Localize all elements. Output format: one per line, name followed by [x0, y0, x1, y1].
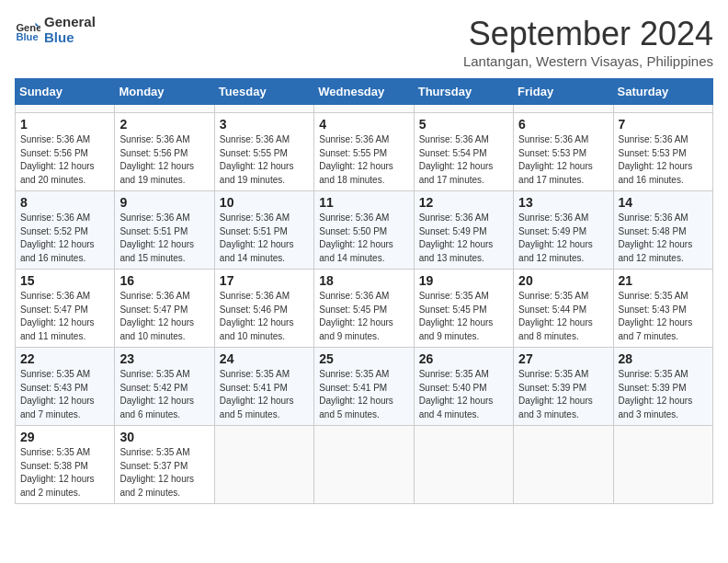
calendar-cell	[214, 426, 313, 504]
calendar-cell: 8Sunrise: 5:36 AM Sunset: 5:52 PM Daylig…	[16, 191, 115, 270]
month-title: September 2024	[463, 15, 713, 53]
calendar-cell: 19Sunrise: 5:35 AM Sunset: 5:45 PM Dayli…	[414, 270, 513, 348]
calendar-cell: 3Sunrise: 5:36 AM Sunset: 5:55 PM Daylig…	[214, 113, 313, 191]
calendar-cell: 7Sunrise: 5:36 AM Sunset: 5:53 PM Daylig…	[613, 113, 712, 191]
day-number: 11	[319, 195, 408, 210]
weekday-header-friday: Friday	[514, 79, 613, 105]
day-number: 20	[518, 273, 608, 288]
logo-blue: Blue	[44, 30, 96, 46]
day-info: Sunrise: 5:36 AM Sunset: 5:55 PM Dayligh…	[220, 133, 309, 187]
day-number: 21	[619, 273, 708, 288]
day-info: Sunrise: 5:36 AM Sunset: 5:53 PM Dayligh…	[518, 133, 608, 187]
day-info: Sunrise: 5:35 AM Sunset: 5:45 PM Dayligh…	[419, 290, 508, 343]
calendar-cell: 29Sunrise: 5:35 AM Sunset: 5:38 PM Dayli…	[16, 426, 115, 504]
weekday-header-monday: Monday	[115, 79, 214, 105]
day-number: 25	[319, 351, 408, 366]
calendar-cell	[414, 426, 513, 504]
day-info: Sunrise: 5:35 AM Sunset: 5:41 PM Dayligh…	[220, 368, 309, 421]
day-number: 29	[20, 430, 109, 444]
day-number: 19	[419, 273, 508, 288]
calendar-cell: 5Sunrise: 5:36 AM Sunset: 5:54 PM Daylig…	[414, 113, 513, 191]
calendar-cell	[314, 105, 414, 113]
day-number: 10	[220, 195, 309, 210]
calendar-cell	[514, 105, 613, 113]
calendar-cell	[16, 105, 115, 113]
calendar-cell: 13Sunrise: 5:36 AM Sunset: 5:49 PM Dayli…	[514, 191, 613, 270]
day-number: 27	[518, 351, 608, 366]
day-number: 7	[619, 117, 708, 132]
calendar-cell: 10Sunrise: 5:36 AM Sunset: 5:51 PM Dayli…	[214, 191, 313, 270]
calendar-cell	[314, 426, 414, 504]
calendar-cell: 18Sunrise: 5:36 AM Sunset: 5:45 PM Dayli…	[314, 270, 414, 348]
day-info: Sunrise: 5:35 AM Sunset: 5:39 PM Dayligh…	[619, 368, 708, 421]
day-info: Sunrise: 5:36 AM Sunset: 5:45 PM Dayligh…	[319, 290, 408, 343]
logo-general: General	[44, 15, 96, 30]
day-info: Sunrise: 5:35 AM Sunset: 5:39 PM Dayligh…	[518, 368, 608, 421]
calendar-cell: 24Sunrise: 5:35 AM Sunset: 5:41 PM Dayli…	[214, 348, 313, 426]
calendar-cell: 27Sunrise: 5:35 AM Sunset: 5:39 PM Dayli…	[514, 348, 613, 426]
calendar-week-row: 15Sunrise: 5:36 AM Sunset: 5:47 PM Dayli…	[16, 270, 713, 348]
day-info: Sunrise: 5:36 AM Sunset: 5:54 PM Dayligh…	[419, 133, 508, 187]
day-info: Sunrise: 5:36 AM Sunset: 5:51 PM Dayligh…	[220, 212, 309, 265]
calendar-table: SundayMondayTuesdayWednesdayThursdayFrid…	[15, 78, 713, 504]
day-info: Sunrise: 5:36 AM Sunset: 5:48 PM Dayligh…	[619, 212, 708, 265]
calendar-cell: 12Sunrise: 5:36 AM Sunset: 5:49 PM Dayli…	[414, 191, 513, 270]
day-number: 6	[518, 117, 608, 132]
day-info: Sunrise: 5:36 AM Sunset: 5:47 PM Dayligh…	[20, 290, 109, 343]
calendar-week-row: 22Sunrise: 5:35 AM Sunset: 5:43 PM Dayli…	[16, 348, 713, 426]
calendar-cell: 20Sunrise: 5:35 AM Sunset: 5:44 PM Dayli…	[514, 270, 613, 348]
day-number: 22	[20, 351, 109, 366]
logo: General Blue General Blue	[15, 15, 96, 45]
svg-text:Blue: Blue	[16, 31, 38, 42]
day-info: Sunrise: 5:35 AM Sunset: 5:38 PM Dayligh…	[20, 446, 109, 500]
calendar-cell: 15Sunrise: 5:36 AM Sunset: 5:47 PM Dayli…	[16, 270, 115, 348]
day-number: 16	[119, 273, 209, 288]
day-info: Sunrise: 5:36 AM Sunset: 5:55 PM Dayligh…	[319, 133, 408, 187]
calendar-cell: 1Sunrise: 5:36 AM Sunset: 5:56 PM Daylig…	[16, 113, 115, 191]
day-number: 5	[419, 117, 508, 132]
calendar-week-row	[16, 105, 713, 113]
location-title: Lantangan, Western Visayas, Philippines	[463, 53, 713, 69]
day-info: Sunrise: 5:35 AM Sunset: 5:37 PM Dayligh…	[119, 446, 209, 500]
day-info: Sunrise: 5:36 AM Sunset: 5:46 PM Dayligh…	[220, 290, 309, 343]
day-number: 24	[220, 351, 309, 366]
calendar-cell: 16Sunrise: 5:36 AM Sunset: 5:47 PM Dayli…	[115, 270, 214, 348]
calendar-cell	[214, 105, 313, 113]
day-info: Sunrise: 5:36 AM Sunset: 5:49 PM Dayligh…	[419, 212, 508, 265]
day-number: 3	[220, 117, 309, 132]
day-info: Sunrise: 5:36 AM Sunset: 5:47 PM Dayligh…	[119, 290, 209, 343]
calendar-week-row: 1Sunrise: 5:36 AM Sunset: 5:56 PM Daylig…	[16, 113, 713, 191]
day-number: 12	[419, 195, 508, 210]
day-info: Sunrise: 5:36 AM Sunset: 5:50 PM Dayligh…	[319, 212, 408, 265]
calendar-cell	[414, 105, 513, 113]
weekday-header-tuesday: Tuesday	[214, 79, 313, 105]
day-number: 30	[119, 430, 209, 444]
weekday-header-saturday: Saturday	[613, 79, 712, 105]
calendar-cell: 26Sunrise: 5:35 AM Sunset: 5:40 PM Dayli…	[414, 348, 513, 426]
day-number: 9	[119, 195, 209, 210]
calendar-week-row: 29Sunrise: 5:35 AM Sunset: 5:38 PM Dayli…	[16, 426, 713, 504]
day-info: Sunrise: 5:36 AM Sunset: 5:52 PM Dayligh…	[20, 212, 109, 265]
weekday-header-wednesday: Wednesday	[314, 79, 414, 105]
day-number: 15	[20, 273, 109, 288]
calendar-cell: 6Sunrise: 5:36 AM Sunset: 5:53 PM Daylig…	[514, 113, 613, 191]
day-number: 14	[619, 195, 708, 210]
calendar-cell	[613, 105, 712, 113]
weekday-header-sunday: Sunday	[16, 79, 115, 105]
day-info: Sunrise: 5:35 AM Sunset: 5:41 PM Dayligh…	[319, 368, 408, 421]
day-number: 18	[319, 273, 408, 288]
calendar-cell: 2Sunrise: 5:36 AM Sunset: 5:56 PM Daylig…	[115, 113, 214, 191]
calendar-cell: 17Sunrise: 5:36 AM Sunset: 5:46 PM Dayli…	[214, 270, 313, 348]
calendar-header-row: SundayMondayTuesdayWednesdayThursdayFrid…	[16, 79, 713, 105]
day-number: 8	[20, 195, 109, 210]
day-number: 17	[220, 273, 309, 288]
day-info: Sunrise: 5:36 AM Sunset: 5:53 PM Dayligh…	[619, 133, 708, 187]
page-header: General Blue General Blue September 2024…	[15, 15, 713, 69]
day-number: 28	[619, 351, 708, 366]
day-info: Sunrise: 5:35 AM Sunset: 5:43 PM Dayligh…	[20, 368, 109, 421]
day-info: Sunrise: 5:35 AM Sunset: 5:42 PM Dayligh…	[119, 368, 209, 421]
day-number: 4	[319, 117, 408, 132]
calendar-cell	[613, 426, 712, 504]
day-number: 13	[518, 195, 608, 210]
calendar-cell: 23Sunrise: 5:35 AM Sunset: 5:42 PM Dayli…	[115, 348, 214, 426]
